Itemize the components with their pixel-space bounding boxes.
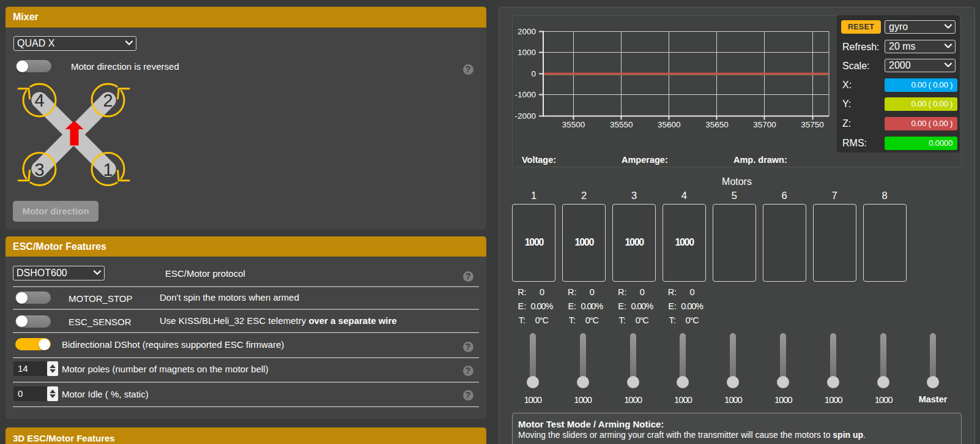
- svg-text:1: 1: [103, 160, 113, 179]
- svg-text:35700: 35700: [753, 120, 776, 129]
- svg-text:35750: 35750: [801, 120, 824, 129]
- svg-text:2: 2: [103, 91, 113, 110]
- svg-text:1000: 1000: [518, 48, 536, 57]
- svg-text:0: 0: [531, 69, 536, 78]
- svg-text:4: 4: [34, 91, 44, 110]
- svg-text:-2000: -2000: [514, 111, 536, 121]
- svg-text:35650: 35650: [705, 120, 729, 129]
- svg-text:2000: 2000: [518, 27, 536, 36]
- svg-text:35550: 35550: [610, 120, 633, 129]
- svg-text:35500: 35500: [562, 120, 585, 129]
- svg-text:3: 3: [34, 160, 44, 179]
- svg-text:-1000: -1000: [514, 90, 536, 99]
- svg-text:35600: 35600: [658, 120, 681, 129]
